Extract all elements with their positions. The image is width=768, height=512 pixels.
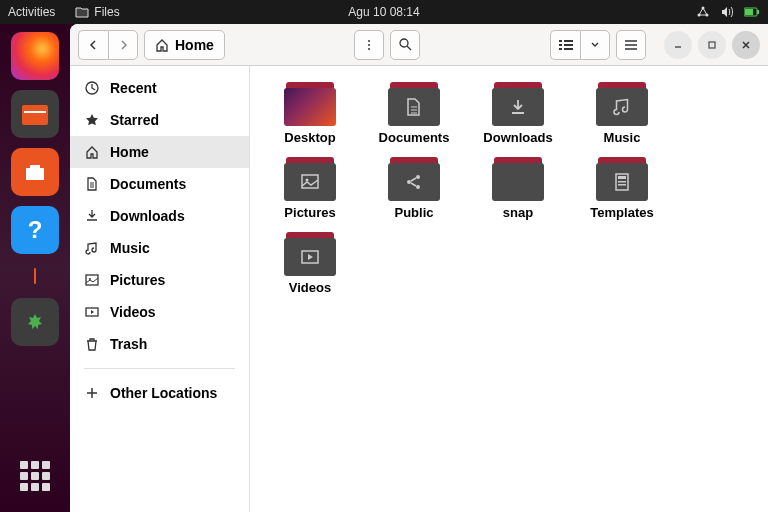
sidebar-item-pictures[interactable]: Pictures (70, 264, 249, 296)
folder-icon (75, 6, 89, 18)
svg-rect-4 (745, 9, 753, 15)
show-applications[interactable] (11, 452, 59, 500)
svg-rect-14 (559, 44, 562, 46)
sidebar-item-videos[interactable]: Videos (70, 296, 249, 328)
search-button[interactable] (390, 30, 420, 60)
files-window: Home RecentStarredHomeDocumentsDownloads… (70, 24, 768, 512)
svg-rect-15 (564, 44, 573, 46)
folder-icon (596, 157, 648, 201)
sidebar-item-label: Other Locations (110, 385, 217, 401)
folder-icon (284, 82, 336, 126)
sidebar-item-trash[interactable]: Trash (70, 328, 249, 360)
svg-point-24 (306, 179, 309, 182)
file-documents[interactable]: Documents (362, 78, 466, 149)
close-button[interactable] (732, 31, 760, 59)
svg-rect-5 (757, 10, 759, 14)
dock-trash[interactable] (11, 298, 59, 346)
clock-icon (84, 81, 100, 95)
folder-icon (388, 82, 440, 126)
doc-icon (84, 177, 100, 191)
sidebar-item-downloads[interactable]: Downloads (70, 200, 249, 232)
sidebar-item-label: Documents (110, 176, 186, 192)
menu-button[interactable] (354, 30, 384, 60)
file-label: Videos (289, 280, 331, 295)
sidebar-item-label: Recent (110, 80, 157, 96)
svg-rect-29 (618, 176, 626, 179)
sidebar-item-label: Pictures (110, 272, 165, 288)
minimize-button[interactable] (664, 31, 692, 59)
maximize-button[interactable] (698, 31, 726, 59)
dock-files[interactable] (11, 90, 59, 138)
sidebar-item-documents[interactable]: Documents (70, 168, 249, 200)
sidebar-item-music[interactable]: Music (70, 232, 249, 264)
download-icon (84, 209, 100, 223)
file-public[interactable]: Public (362, 153, 466, 224)
svg-rect-16 (559, 48, 562, 50)
file-label: Public (394, 205, 433, 220)
dock-software[interactable] (11, 148, 59, 196)
file-desktop[interactable]: Desktop (258, 78, 362, 149)
home-icon (84, 145, 100, 159)
plus-icon (84, 386, 100, 400)
folder-icon (284, 232, 336, 276)
sidebar-item-label: Downloads (110, 208, 185, 224)
svg-rect-12 (559, 40, 562, 42)
folder-icon (492, 157, 544, 201)
file-templates[interactable]: Templates (570, 153, 674, 224)
svg-point-9 (368, 44, 370, 46)
top-panel: Activities Files Agu 10 08:14 (0, 0, 768, 24)
files-view[interactable]: DesktopDocumentsDownloadsMusicPicturesPu… (250, 66, 768, 512)
svg-rect-7 (24, 111, 46, 113)
svg-rect-6 (22, 105, 48, 125)
sidebar-item-label: Starred (110, 112, 159, 128)
app-menu[interactable]: Files (75, 5, 119, 19)
video-icon (84, 305, 100, 319)
clock[interactable]: Agu 10 08:14 (348, 5, 419, 19)
svg-point-11 (400, 39, 408, 47)
volume-icon[interactable] (720, 5, 734, 19)
sidebar-item-label: Home (110, 144, 149, 160)
view-icons-button[interactable] (550, 30, 580, 60)
sidebar: RecentStarredHomeDocumentsDownloadsMusic… (70, 66, 250, 512)
file-videos[interactable]: Videos (258, 228, 362, 299)
svg-rect-30 (618, 181, 626, 183)
dock-firefox[interactable] (11, 32, 59, 80)
sidebar-item-label: Trash (110, 336, 147, 352)
forward-button[interactable] (108, 30, 138, 60)
file-snap[interactable]: snap (466, 153, 570, 224)
activities-button[interactable]: Activities (8, 5, 55, 19)
folder-icon (596, 82, 648, 126)
file-music[interactable]: Music (570, 78, 674, 149)
picture-icon (84, 273, 100, 287)
sidebar-item-label: Videos (110, 304, 156, 320)
path-segment: Home (175, 37, 214, 53)
file-label: Desktop (284, 130, 335, 145)
file-label: Downloads (483, 130, 552, 145)
battery-icon[interactable] (744, 7, 760, 17)
home-icon (155, 38, 169, 52)
view-dropdown-button[interactable] (580, 30, 610, 60)
headerbar: Home (70, 24, 768, 66)
back-button[interactable] (78, 30, 108, 60)
svg-point-26 (416, 175, 420, 179)
hamburger-button[interactable] (616, 30, 646, 60)
svg-rect-31 (618, 184, 626, 186)
sidebar-separator (84, 368, 235, 369)
svg-point-8 (368, 40, 370, 42)
folder-icon (388, 157, 440, 201)
sidebar-item-label: Music (110, 240, 150, 256)
svg-point-27 (416, 185, 420, 189)
file-pictures[interactable]: Pictures (258, 153, 362, 224)
sidebar-item-starred[interactable]: Starred (70, 104, 249, 136)
dock-help[interactable]: ? (11, 206, 59, 254)
sidebar-item-home[interactable]: Home (70, 136, 249, 168)
sidebar-item-recent[interactable]: Recent (70, 72, 249, 104)
file-downloads[interactable]: Downloads (466, 78, 570, 149)
trash-icon (84, 337, 100, 351)
sidebar-other-locations[interactable]: Other Locations (70, 377, 249, 409)
network-icon[interactable] (696, 5, 710, 19)
app-menu-label: Files (94, 5, 119, 19)
file-label: Music (604, 130, 641, 145)
pathbar[interactable]: Home (144, 30, 225, 60)
svg-rect-17 (564, 48, 573, 50)
